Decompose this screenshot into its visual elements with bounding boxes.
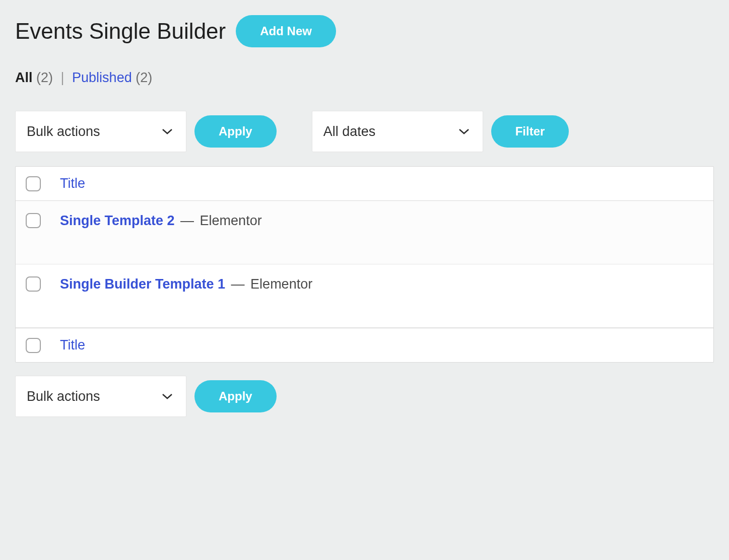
filter-published-label: Published <box>72 70 132 85</box>
filter-button[interactable]: Filter <box>491 115 569 148</box>
page-title: Events Single Builder <box>15 19 226 44</box>
row-title-link[interactable]: Single Builder Template 1 <box>60 276 225 292</box>
chevron-down-icon <box>162 393 173 400</box>
select-all-checkbox[interactable] <box>26 176 41 191</box>
filter-published-count: (2) <box>136 70 152 85</box>
column-footer-title[interactable]: Title <box>60 337 85 353</box>
filter-separator: | <box>61 70 64 85</box>
column-header-title[interactable]: Title <box>60 176 85 191</box>
apply-top-button[interactable]: Apply <box>194 115 277 148</box>
filter-all-count: (2) <box>36 70 53 85</box>
bulk-actions-select[interactable]: Bulk actions <box>15 111 186 152</box>
status-filter: All (2) | Published (2) <box>15 70 714 86</box>
row-title-meta: Elementor <box>200 213 262 228</box>
chevron-down-icon <box>162 128 173 135</box>
date-filter-label: All dates <box>323 124 376 139</box>
templates-table: Title Single Template 2 — Elementor Sing… <box>15 166 714 363</box>
table-row: Single Template 2 — Elementor <box>16 201 713 264</box>
date-filter-select[interactable]: All dates <box>312 111 483 152</box>
table-row: Single Builder Template 1 — Elementor <box>16 264 713 328</box>
filter-all-link[interactable]: All (2) <box>15 70 57 85</box>
bulk-actions-label-bottom: Bulk actions <box>27 389 100 404</box>
table-footer: Title <box>16 328 713 362</box>
bulk-actions-label: Bulk actions <box>27 124 100 139</box>
select-all-checkbox-footer[interactable] <box>26 338 41 353</box>
row-title-cell: Single Builder Template 1 — Elementor <box>60 276 312 292</box>
add-new-button[interactable]: Add New <box>236 15 336 47</box>
row-checkbox[interactable] <box>26 276 41 292</box>
row-title-dash: — <box>180 213 194 228</box>
row-checkbox[interactable] <box>26 213 41 228</box>
filter-published-link[interactable]: Published (2) <box>72 70 152 85</box>
bulk-actions-select-bottom[interactable]: Bulk actions <box>15 376 186 417</box>
filter-all-label: All <box>15 70 33 85</box>
row-title-cell: Single Template 2 — Elementor <box>60 213 262 229</box>
chevron-down-icon <box>458 128 470 135</box>
row-title-dash: — <box>231 276 245 292</box>
row-title-link[interactable]: Single Template 2 <box>60 213 175 228</box>
table-header: Title <box>16 167 713 201</box>
row-title-meta: Elementor <box>250 276 312 292</box>
apply-bottom-button[interactable]: Apply <box>194 380 277 412</box>
